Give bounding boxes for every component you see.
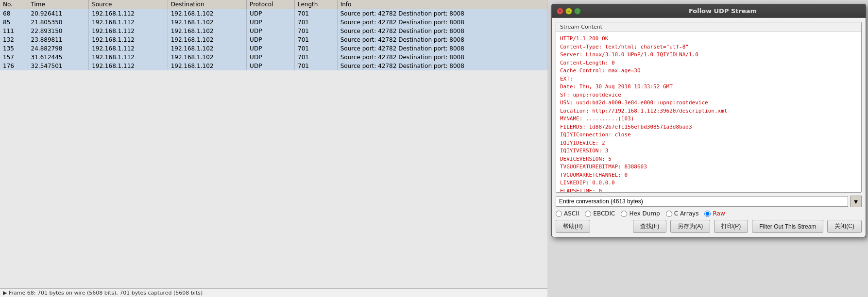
radio-raw[interactable]: Raw (704, 210, 725, 217)
save-as-button[interactable]: 另存为(A) (670, 220, 710, 233)
table-row[interactable]: 15731.612445192.168.1.112192.168.1.102UD… (0, 53, 547, 62)
dialog-body: Stream Content HTTP/1.1 200 OK Content-T… (552, 18, 866, 237)
cell-source: 192.168.1.112 (89, 62, 168, 70)
find-button[interactable]: 查找(F) (633, 220, 666, 233)
cell-source: 192.168.1.112 (89, 44, 168, 53)
table-row[interactable]: 17632.547501192.168.1.112192.168.1.102UD… (0, 62, 547, 70)
table-row[interactable]: 13223.889811192.168.1.112192.168.1.102UD… (0, 35, 547, 44)
cell-length: 701 (295, 53, 338, 62)
button-row: 帮助(H) 查找(F) 另存为(A) 打印(P) Filter Out This… (556, 220, 862, 233)
packet-table: No. Time Source Destination Protocol Len… (0, 0, 547, 70)
button-group-right: 查找(F) 另存为(A) 打印(P) Filter Out This Strea… (633, 220, 862, 233)
cell-no: 85 (0, 18, 28, 27)
table-row[interactable]: 8521.805350192.168.1.112192.168.1.102UDP… (0, 18, 547, 27)
cell-no: 135 (0, 44, 28, 53)
col-no: No. (0, 0, 28, 9)
cell-length: 701 (295, 35, 338, 44)
cell-length: 701 (295, 62, 338, 70)
stream-content-label: Stream Content (556, 22, 861, 32)
table-row[interactable]: 13524.882798192.168.1.112192.168.1.102UD… (0, 44, 547, 53)
cell-protocol: UDP (247, 27, 295, 35)
cell-no: 111 (0, 27, 28, 35)
minimize-window-button[interactable]: − (565, 8, 572, 15)
col-length: Length (295, 0, 338, 9)
cell-no: 132 (0, 35, 28, 44)
cell-info: Source port: 42782 Destination port: 800… (337, 62, 547, 70)
cell-protocol: UDP (247, 53, 295, 62)
cell-destination: 192.168.1.102 (168, 44, 246, 53)
cell-info: Source port: 42782 Destination port: 800… (337, 18, 547, 27)
cell-time: 22.893150 (28, 27, 89, 35)
cell-length: 701 (295, 9, 338, 18)
cell-destination: 192.168.1.102 (168, 18, 246, 27)
help-button[interactable]: 帮助(H) (556, 220, 590, 233)
cell-no: 176 (0, 62, 28, 70)
cell-time: 21.805350 (28, 18, 89, 27)
print-button[interactable]: 打印(P) (714, 220, 748, 233)
cell-time: 32.547501 (28, 62, 89, 70)
cell-no: 68 (0, 9, 28, 18)
cell-source: 192.168.1.112 (89, 9, 168, 18)
cell-time: 23.889811 (28, 35, 89, 44)
follow-udp-stream-dialog: ✕ − □ Follow UDP Stream Stream Content H… (551, 4, 866, 237)
cell-destination: 192.168.1.102 (168, 9, 246, 18)
status-bar: ▶ Frame 68: 701 bytes on wire (5608 bits… (0, 288, 547, 297)
col-destination: Destination (168, 0, 246, 9)
col-info: Info (337, 0, 547, 9)
cell-info: Source port: 42782 Destination port: 800… (337, 35, 547, 44)
cell-info: Source port: 42782 Destination port: 800… (337, 27, 547, 35)
titlebar-buttons: ✕ − □ (557, 8, 581, 15)
cell-source: 192.168.1.112 (89, 27, 168, 35)
dropdown-arrow-icon[interactable]: ▼ (850, 196, 862, 207)
close-window-button[interactable]: ✕ (557, 8, 563, 15)
dialog-panel: ✕ − □ Follow UDP Stream Stream Content H… (547, 0, 868, 297)
cell-source: 192.168.1.112 (89, 53, 168, 62)
maximize-window-button[interactable]: □ (574, 8, 581, 15)
cell-source: 192.168.1.112 (89, 18, 168, 27)
cell-protocol: UDP (247, 44, 295, 53)
cell-destination: 192.168.1.102 (168, 35, 246, 44)
table-row[interactable]: 11122.893150192.168.1.112192.168.1.102UD… (0, 27, 547, 35)
cell-destination: 192.168.1.102 (168, 27, 246, 35)
cell-destination: 192.168.1.102 (168, 62, 246, 70)
stream-content-group: Stream Content HTTP/1.1 200 OK Content-T… (556, 22, 862, 193)
radio-ascii[interactable]: ASCII (556, 210, 579, 217)
table-row[interactable]: 6820.926411192.168.1.112192.168.1.102UDP… (0, 9, 547, 18)
radio-ebcdic[interactable]: EBCDIC (585, 210, 615, 217)
encoding-radio-row: ASCII EBCDIC Hex Dump C Arrays (556, 210, 862, 217)
close-button[interactable]: 关闭(C) (827, 220, 862, 233)
cell-source: 192.168.1.112 (89, 35, 168, 44)
cell-protocol: UDP (247, 9, 295, 18)
conversation-dropdown[interactable]: Entire conversation (4613 bytes) (556, 196, 848, 207)
cell-length: 701 (295, 27, 338, 35)
cell-destination: 192.168.1.102 (168, 53, 246, 62)
cell-info: Source port: 42782 Destination port: 800… (337, 53, 547, 62)
cell-length: 701 (295, 44, 338, 53)
cell-protocol: UDP (247, 62, 295, 70)
col-protocol: Protocol (247, 0, 295, 9)
radio-carrays[interactable]: C Arrays (666, 210, 699, 217)
stream-content-text[interactable]: HTTP/1.1 200 OK Content-Type: text/html;… (556, 32, 861, 192)
cell-info: Source port: 42782 Destination port: 800… (337, 9, 547, 18)
cell-time: 20.926411 (28, 9, 89, 18)
dropdown-row: Entire conversation (4613 bytes) ▼ (556, 196, 862, 207)
dialog-titlebar: ✕ − □ Follow UDP Stream (552, 4, 866, 18)
cell-time: 31.612445 (28, 53, 89, 62)
filter-out-button[interactable]: Filter Out This Stream (752, 220, 823, 233)
cell-protocol: UDP (247, 35, 295, 44)
col-source: Source (89, 0, 168, 9)
radio-hexdump[interactable]: Hex Dump (621, 210, 660, 217)
cell-protocol: UDP (247, 18, 295, 27)
cell-info: Source port: 42782 Destination port: 800… (337, 44, 547, 53)
cell-length: 701 (295, 18, 338, 27)
cell-time: 24.882798 (28, 44, 89, 53)
dialog-title: Follow UDP Stream (585, 7, 861, 15)
cell-no: 157 (0, 53, 28, 62)
col-time: Time (28, 0, 89, 9)
